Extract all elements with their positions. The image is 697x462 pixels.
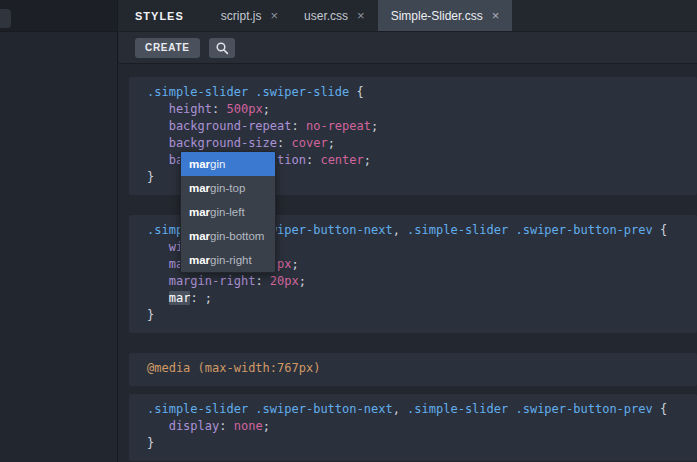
code-token: height [147, 102, 212, 116]
autocomplete-dropdown: marginmargin-topmargin-leftmargin-bottom… [180, 151, 276, 273]
code-token: : [255, 274, 262, 288]
close-icon[interactable]: × [492, 9, 500, 22]
code-token: .simple-slider .swiper-slide [147, 85, 349, 99]
collapsed-panel-handle[interactable] [0, 9, 11, 28]
code-line: display: none; [147, 418, 687, 435]
code-token: ma [147, 257, 183, 271]
code-token: center [320, 153, 363, 167]
left-sidebar [0, 0, 118, 462]
code-token [198, 291, 205, 305]
hint-match-text: mar [189, 230, 210, 242]
code-token [299, 119, 306, 133]
code-token [284, 136, 291, 150]
code-token: cover [292, 136, 328, 150]
code-token [263, 274, 270, 288]
code-token: } [147, 308, 154, 322]
code-token: } [147, 170, 154, 184]
code-token: ; [292, 257, 299, 271]
hint-match-text: mar [189, 206, 210, 218]
code-token: 20px [270, 274, 299, 288]
tab-script.js[interactable]: script.js× [208, 0, 291, 31]
hint-rest-text: gin-left [210, 206, 245, 218]
code-line: .simple-slider .swiper-button-next, .sim… [147, 401, 687, 418]
tab-label: Simple-Slider.css [391, 9, 483, 23]
tab-label: script.js [221, 9, 262, 23]
code-token: .simple-slider .swiper-button-prev [400, 402, 653, 416]
code-token: margin-right [147, 274, 255, 288]
code-line: background-repeat: no-repeat; [147, 118, 687, 135]
autocomplete-anchor-word: mar [169, 291, 191, 305]
code-token: { [653, 402, 667, 416]
code-token: wi [147, 240, 183, 254]
code-line: height: 500px; [147, 101, 687, 118]
code-token: none [234, 419, 263, 433]
hint-match-text: mar [189, 158, 210, 170]
code-line: .simple-slider .swiper-slide { [147, 84, 687, 101]
code-token: ; [263, 102, 270, 116]
hint-rest-text: gin-bottom [210, 230, 264, 242]
code-token: @media (max-width:767px) [147, 361, 320, 375]
code-token [226, 419, 233, 433]
code-token: : [292, 119, 299, 133]
code-line: } [147, 435, 687, 452]
hint-rest-text: gin-top [210, 182, 245, 194]
close-icon[interactable]: × [357, 9, 365, 22]
code-line: margin-right: 20px; [147, 273, 687, 290]
tab-label: user.css [304, 9, 348, 23]
code-token: .simple-slider .swiper-button-next [147, 402, 393, 416]
hint-item-margin-left[interactable]: margin-left [181, 200, 275, 224]
code-token: display [147, 419, 219, 433]
code-token: ; [364, 153, 371, 167]
hint-match-text: mar [189, 182, 210, 194]
code-line: @media (max-width:767px) [147, 360, 687, 377]
hint-item-margin-bottom[interactable]: margin-bottom [181, 224, 275, 248]
hint-rest-text: gin-right [210, 254, 252, 266]
editor-toolbar: CREATE [119, 32, 697, 64]
code-token: } [147, 436, 154, 450]
code-token: { [349, 85, 363, 99]
tabs-container: script.js×user.css×Simple-Slider.css× [208, 0, 513, 31]
code-token: , [393, 223, 400, 237]
hint-item-margin-right[interactable]: margin-right [181, 248, 275, 272]
code-line: background-size: cover; [147, 135, 687, 152]
code-line: mar: ; [147, 290, 687, 307]
code-token: 500px [227, 102, 263, 116]
create-button[interactable]: CREATE [135, 38, 200, 58]
tab-bar: STYLES script.js×user.css×Simple-Slider.… [119, 0, 697, 32]
code-editor-app: STYLES script.js×user.css×Simple-Slider.… [0, 0, 697, 462]
hint-rest-text: gin [210, 158, 225, 170]
search-icon [215, 41, 229, 55]
tab-Simple-Slider.css[interactable]: Simple-Slider.css× [378, 0, 513, 31]
code-token: ; [371, 119, 378, 133]
code-token: background-repeat [147, 119, 292, 133]
sidebar-top [0, 0, 117, 32]
css-rule-block[interactable]: @media (max-width:767px) [129, 353, 697, 386]
code-token: ; [263, 419, 270, 433]
code-token: { [653, 223, 667, 237]
code-token: : [190, 291, 197, 305]
code-token: , [393, 402, 400, 416]
styles-title: STYLES [135, 10, 184, 22]
hint-item-margin[interactable]: margin [181, 152, 275, 176]
tab-user.css[interactable]: user.css× [291, 0, 378, 31]
css-rule-block[interactable]: .simple-slider .swiper-button-next, .sim… [129, 394, 697, 461]
code-token: ; [205, 291, 212, 305]
hint-item-margin-top[interactable]: margin-top [181, 176, 275, 200]
code-line: } [147, 307, 687, 324]
hint-match-text: mar [189, 254, 210, 266]
code-token: background-size [147, 136, 277, 150]
code-token: .simple-slider .swiper-button-prev [400, 223, 653, 237]
code-token [147, 291, 169, 305]
code-token: px [277, 257, 291, 271]
code-token: ; [299, 274, 306, 288]
search-button[interactable] [209, 38, 235, 58]
close-icon[interactable]: × [270, 9, 278, 22]
code-token: no-repeat [306, 119, 371, 133]
code-token: ; [328, 136, 335, 150]
code-token [219, 102, 226, 116]
